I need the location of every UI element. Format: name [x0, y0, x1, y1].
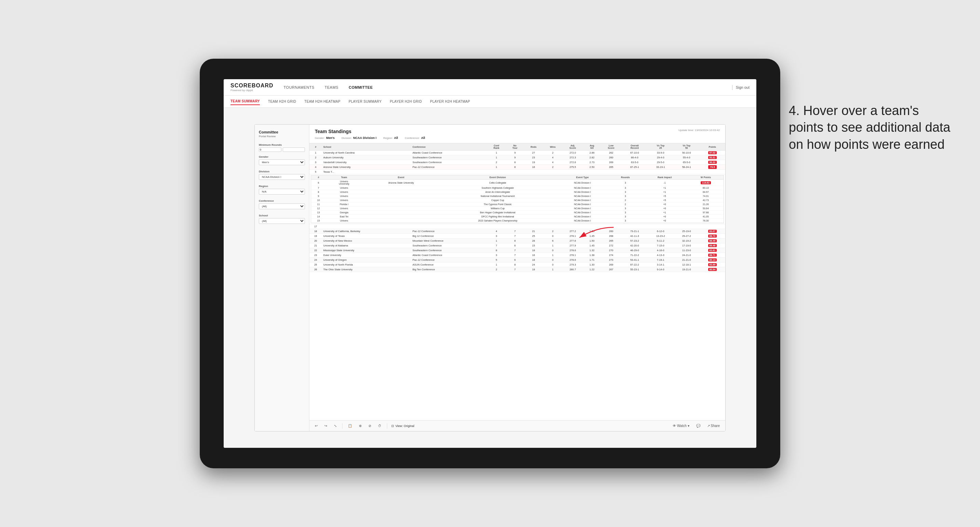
expand-button[interactable]: ⤡ — [332, 423, 338, 429]
app-layout: Committee Portal Review Minimum Rounds G… — [255, 125, 725, 431]
cell-conf-rank — [487, 170, 506, 175]
watch-button[interactable]: 👁 Watch ▾ — [671, 423, 691, 429]
expanded-detail-row: # Team Event Event Division Event Type R… — [309, 175, 725, 224]
table-row[interactable]: 5 Texas T... — [309, 170, 725, 175]
cell-points[interactable]: 90.32 — [700, 160, 725, 165]
exp-cell-rank-impact: -1 — [641, 179, 688, 186]
subnav-player-h2h-grid[interactable]: PLAYER H2H GRID — [390, 98, 422, 105]
points-badge[interactable]: 97.02 — [708, 151, 717, 154]
arrow-svg — [576, 224, 617, 244]
cell-avg-sg: 2.73 — [583, 160, 601, 165]
nav-links: TOURNAMENTS TEAMS COMMITTEE — [284, 84, 729, 91]
add-button[interactable]: ⊕ — [358, 423, 363, 429]
points-badge[interactable]: 88.49 — [708, 239, 717, 242]
eye-icon: 👁 — [673, 424, 676, 428]
cell-rank: 1 — [309, 151, 322, 155]
rounds-max-input[interactable] — [283, 148, 305, 152]
list-item: 9UniversNational Invitational Tournament… — [311, 194, 724, 198]
subnav-team-h2h-heatmap[interactable]: TEAM H2H HEATMAP — [304, 98, 340, 105]
points-badge[interactable]: 88.70 — [708, 235, 717, 238]
table-row[interactable]: 22 Mississippi State University Southeas… — [309, 248, 725, 253]
table-row[interactable]: 17 — [309, 224, 725, 229]
subnav-player-summary[interactable]: PLAYER SUMMARY — [348, 98, 382, 105]
nav-teams[interactable]: TEAMS — [325, 84, 338, 91]
list-item: 10UniversCopper CupNCAA Division I2+542.… — [311, 198, 724, 202]
feedback-button[interactable]: 💬 — [695, 423, 702, 429]
table-row[interactable]: 3 Vanderbilt University Southeastern Con… — [309, 160, 725, 165]
filter-division: Division: NCAA Division I — [342, 136, 376, 140]
division-select[interactable]: NCAA Division I — [259, 174, 305, 180]
col-rank: # — [309, 143, 322, 151]
cell-low-score: 265 — [601, 165, 622, 170]
options-button[interactable]: ⊘ — [367, 423, 372, 429]
points-badge[interactable]: 80.94 — [708, 268, 717, 271]
table-row[interactable]: 26 The Ohio State University Big Ten Con… — [309, 267, 725, 272]
points-badge[interactable]: 83.07 — [708, 230, 717, 233]
app-subtitle: Powered by clippd — [231, 89, 274, 92]
points-badge[interactable]: 83.81 — [708, 249, 717, 252]
undo-button[interactable]: ↩ — [313, 423, 319, 429]
cell-low-score: 260 — [601, 155, 622, 160]
cell-adj-score: 272.3 — [562, 155, 583, 160]
cell-points[interactable]: 97.02 — [700, 151, 725, 155]
table-row[interactable]: 1 University of North Carolina Atlantic … — [309, 151, 725, 155]
points-badge[interactable]: 80.14 — [708, 259, 717, 262]
exp-col-rounds: Rounds — [609, 175, 642, 179]
timer-button[interactable]: ⏱ — [377, 423, 383, 429]
table-row[interactable]: 2 Auburn University Southeastern Confere… — [309, 155, 725, 160]
table-row[interactable]: 24 University of Oregon Pac-12 Conferenc… — [309, 258, 725, 262]
table-row[interactable]: 20 University of New Mexico Mountain Wes… — [309, 238, 725, 243]
table-row[interactable]: 23 Duke University Atlantic Coast Confer… — [309, 253, 725, 258]
subnav-team-summary[interactable]: TEAM SUMMARY — [231, 98, 260, 105]
sidebar-title: Committee — [259, 130, 305, 134]
exp-cell-event: Arizona State University — [362, 179, 440, 186]
nav-separator: | — [732, 84, 733, 90]
list-item: 15Univers2023 Sahalee Players Championsh… — [311, 219, 724, 223]
tablet-device: SCOREBOARD Powered by clippd TOURNAMENTS… — [200, 59, 780, 468]
cell-points[interactable]: 79.5 — [700, 165, 725, 170]
copy-button[interactable]: 📋 — [347, 423, 353, 429]
points-badge[interactable]: 88.48 — [708, 244, 717, 247]
gender-select[interactable]: Men's — [259, 159, 305, 165]
conference-select[interactable]: (All) — [259, 203, 305, 209]
points-badge[interactable]: 88.71 — [708, 254, 717, 257]
nav-committee[interactable]: COMMITTEE — [348, 84, 373, 91]
points-badge[interactable]: 93.31 — [708, 156, 717, 159]
cell-vs50: 65-5-0 — [674, 160, 700, 165]
subnav-team-h2h-grid[interactable]: TEAM H2H GRID — [268, 98, 296, 105]
nav-tournaments[interactable]: TOURNAMENTS — [284, 84, 315, 91]
cell-school: Vanderbilt University — [322, 160, 411, 165]
table-row[interactable]: 25 University of North Florida ASUN Conf… — [309, 262, 725, 267]
col-no-tour: NoTour — [506, 143, 524, 151]
redo-button[interactable]: ↪ — [323, 423, 328, 429]
share-button[interactable]: ↗ Share — [706, 423, 721, 429]
highlighted-points-badge[interactable]: 79.5 — [708, 165, 717, 169]
cell-school: Texas T... — [322, 170, 411, 175]
region-select[interactable]: N/A — [259, 189, 305, 195]
table-row[interactable]: 18 University of California, Berkeley Pa… — [309, 229, 725, 234]
cell-points[interactable]: 93.31 — [700, 155, 725, 160]
sidebar-conference-label: Conference — [259, 199, 305, 202]
cell-no-tour: 8 — [506, 165, 524, 170]
school-select[interactable]: (All) — [259, 218, 305, 224]
table-container[interactable]: # School Conference ConfRank NoTour Rnds… — [309, 143, 725, 420]
cell-rank: 18 — [309, 229, 322, 234]
cell-wins: 4 — [543, 155, 562, 160]
view-label: View: Original — [395, 424, 414, 428]
view-selector[interactable]: ⊡ View: Original — [391, 424, 414, 428]
list-item: 11Florida IThe Cypress Point ClassicNCAA… — [311, 202, 724, 206]
main-panel: Team Standings Update time: 13/03/2024 1… — [309, 125, 725, 431]
points-badge[interactable]: 90.32 — [708, 161, 717, 164]
cell-conference — [411, 170, 487, 175]
table-row[interactable]: 21 University of Alabama Southeastern Co… — [309, 243, 725, 248]
rounds-min-input[interactable] — [259, 148, 282, 152]
cell-rnds: 23 — [524, 155, 543, 160]
points-badge[interactable]: 83.89 — [708, 263, 717, 266]
col-avg-sg: AvgSG — [583, 143, 601, 151]
filter-gender-value: Men's — [326, 136, 335, 140]
table-row-highlighted[interactable]: 4 Arizona State University Pac-12 Confer… — [309, 165, 725, 170]
subnav-player-h2h-heatmap[interactable]: PLAYER H2H HEATMAP — [430, 98, 470, 105]
table-row[interactable]: 19 University of Texas Big 12 Conference… — [309, 234, 725, 238]
sidebar-region-label: Region — [259, 185, 305, 188]
sign-out-link[interactable]: Sign out — [736, 85, 749, 89]
